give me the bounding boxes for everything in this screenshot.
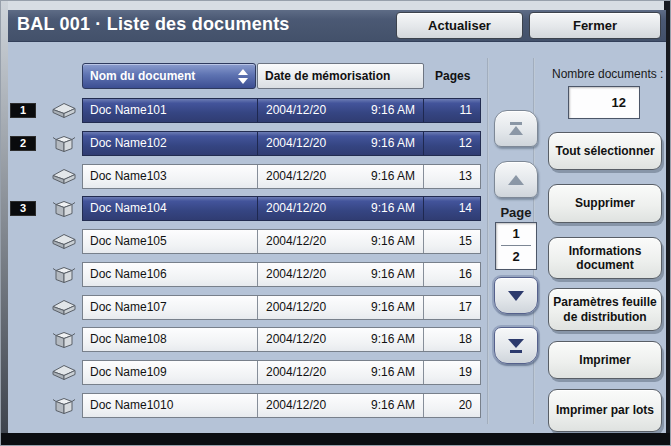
doc-date: 2004/12/20 [266,394,326,417]
doc-name: Doc Name101 [83,99,257,122]
doc-pages: 15 [423,230,480,253]
doc-pages: 11 [423,99,480,122]
box-icon [52,133,76,154]
close-button[interactable]: Fermer [529,12,661,39]
touchscreen-device: BAL 001 · Liste des documents Actualiser… [0,0,671,446]
box-icon [52,198,76,219]
column-header-date[interactable]: Date de mémorisation [257,63,424,89]
document-count-value: 12 [568,86,640,119]
doc-time: 9:16 AM [371,230,415,253]
doc-date: 2004/12/20 [266,132,326,155]
doc-name: Doc Name104 [83,197,257,220]
bezel-bottom [1,433,670,445]
screen: BAL 001 · Liste des documents Actualiser… [8,10,666,435]
doc-date: 2004/12/20 [266,99,326,122]
table-row[interactable]: Doc Name1062004/12/209:16 AM16 [8,262,481,287]
doc-pages: 13 [423,165,480,188]
doc-date: 2004/12/20 [266,263,326,286]
table-row[interactable]: Doc Name1052004/12/209:16 AM15 [8,229,481,254]
arrow-up-bar-icon [506,121,526,137]
doc-pages: 14 [423,197,480,220]
doc-date: 2004/12/20 [266,230,326,253]
table-row[interactable]: 1 Doc Name1012004/12/209:16 AM11 [8,98,481,123]
scanner-icon [52,231,76,252]
doc-time: 9:16 AM [371,361,415,384]
distribution-sheet-settings-button[interactable]: Paramètres feuille de distribution [548,288,662,331]
select-all-button[interactable]: Tout sélectionner [548,132,662,170]
selection-order-badge: 1 [10,103,36,118]
bezel-top [1,1,670,10]
box-icon [52,264,76,285]
table-row[interactable]: Doc Name1072004/12/209:16 AM17 [8,295,481,320]
box-icon [52,395,76,416]
column-header-name[interactable]: Nom du document [82,63,256,89]
scanner-icon [52,297,76,318]
scanner-icon [52,100,76,121]
scroll-last-page-button[interactable] [494,327,538,364]
doc-time: 9:16 AM [371,132,415,155]
doc-time: 9:16 AM [371,296,415,319]
print-button[interactable]: Imprimer [548,341,662,379]
column-header-date-label: Date de mémorisation [265,69,390,83]
page-indicator: 1 2 [495,222,537,270]
scroll-up-button[interactable] [494,161,538,198]
doc-pages: 20 [423,394,480,417]
doc-pages: 16 [423,263,480,286]
doc-date: 2004/12/20 [266,328,326,351]
doc-time: 9:16 AM [371,165,415,188]
table-row[interactable]: 2 Doc Name1022004/12/209:16 AM12 [8,131,481,156]
refresh-button[interactable]: Actualiser [396,12,523,39]
selection-order-badge: 2 [10,136,36,151]
doc-name: Doc Name108 [83,328,257,351]
table-row[interactable]: 3 Doc Name1042004/12/209:16 AM14 [8,196,481,221]
doc-time: 9:16 AM [371,328,415,351]
doc-name: Doc Name107 [83,296,257,319]
doc-time: 9:16 AM [371,394,415,417]
page-current: 1 [512,223,519,245]
doc-name: Doc Name102 [83,132,257,155]
doc-date: 2004/12/20 [266,361,326,384]
column-header-pages: Pages [435,69,470,83]
arrow-down-bar-icon [506,338,526,354]
selection-order-badge: 3 [10,201,36,216]
scroll-first-page-button[interactable] [494,110,538,147]
doc-date: 2004/12/20 [266,165,326,188]
scanner-icon [52,362,76,383]
doc-pages: 19 [423,361,480,384]
document-info-button[interactable]: Informations document [548,237,662,279]
doc-date: 2004/12/20 [266,197,326,220]
arrow-up-icon [506,172,526,188]
table-row[interactable]: Doc Name10102004/12/209:16 AM20 [8,393,481,418]
scroll-down-button[interactable] [494,277,538,314]
title-bar: BAL 001 · Liste des documents Actualiser… [8,10,666,42]
sort-up-down-icon [236,65,250,89]
doc-pages: 12 [423,132,480,155]
batch-print-button[interactable]: Imprimer par lots [548,389,662,432]
table-row[interactable]: Doc Name1092004/12/209:16 AM19 [8,360,481,385]
box-icon [52,329,76,350]
page-total: 2 [512,246,519,268]
scanner-icon [52,166,76,187]
page-label: Page [494,205,538,220]
column-header-name-label: Nom du document [90,69,195,83]
doc-time: 9:16 AM [371,197,415,220]
doc-name: Doc Name106 [83,263,257,286]
doc-pages: 18 [423,328,480,351]
table-row[interactable]: Doc Name1082004/12/209:16 AM18 [8,327,481,352]
doc-pages: 17 [423,296,480,319]
delete-button[interactable]: Supprimer [548,184,662,223]
doc-time: 9:16 AM [371,263,415,286]
doc-name: Doc Name109 [83,361,257,384]
doc-name: Doc Name103 [83,165,257,188]
doc-date: 2004/12/20 [266,296,326,319]
doc-name: Doc Name105 [83,230,257,253]
page-title: BAL 001 · Liste des documents [17,14,290,35]
doc-name: Doc Name1010 [83,394,257,417]
document-count-label: Nombre documents : [552,67,664,81]
doc-time: 9:16 AM [371,99,415,122]
divider-table-nav [487,58,489,424]
arrow-down-icon [506,288,526,304]
table-row[interactable]: Doc Name1032004/12/209:16 AM13 [8,164,481,189]
bezel-left [1,1,8,445]
